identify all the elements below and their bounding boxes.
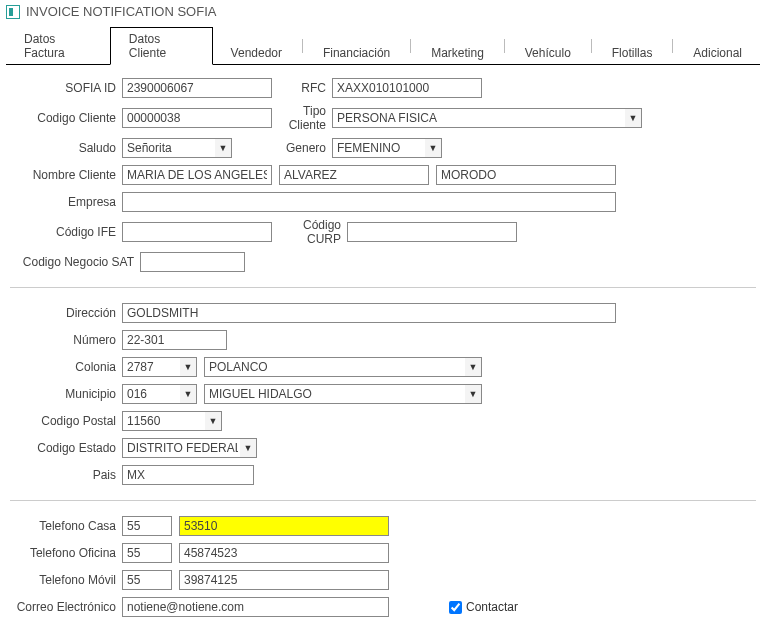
label-tipo-cliente: Tipo Cliente [272,104,332,132]
tab-financiacion[interactable]: Financiación [305,42,408,64]
label-contactar: Contactar [466,600,518,614]
label-numero: Número [10,333,122,347]
codigo-estado-input[interactable] [122,438,257,458]
label-rfc: RFC [272,81,332,95]
colonia-code-combo[interactable]: ▼ [122,357,197,377]
colonia-name-combo[interactable]: ▼ [204,357,482,377]
codigo-cliente-input[interactable] [122,108,272,128]
codigo-ife-input[interactable] [122,222,272,242]
label-telefono-movil: Telefono Móvil [10,573,122,587]
label-codigo-cliente: Codigo Cliente [10,111,122,125]
colonia-name-input[interactable] [204,357,482,377]
label-pais: Pais [10,468,122,482]
codigo-curp-input[interactable] [347,222,517,242]
tab-strip: Datos Factura Datos Cliente Vendedor Fin… [6,27,760,65]
tipo-cliente-combo[interactable]: ▼ [332,108,642,128]
codigo-postal-combo[interactable]: ▼ [122,411,222,431]
contactar-checkbox-row: Contactar [449,600,518,614]
saludo-combo[interactable]: ▼ [122,138,232,158]
label-codigo-estado: Codigo Estado [10,441,122,455]
tel-movil-num-input[interactable] [179,570,389,590]
sofia-id-input[interactable] [122,78,272,98]
chevron-down-icon[interactable]: ▼ [465,385,481,403]
label-codigo-ife: Código IFE [10,225,122,239]
label-nombre-cliente: Nombre Cliente [10,168,122,182]
chevron-down-icon[interactable]: ▼ [180,358,196,376]
chevron-down-icon[interactable]: ▼ [180,385,196,403]
chevron-down-icon[interactable]: ▼ [240,439,256,457]
chevron-down-icon[interactable]: ▼ [215,139,231,157]
tab-vendedor[interactable]: Vendedor [213,42,300,64]
tab-separator [672,39,673,53]
tab-datos-cliente[interactable]: Datos Cliente [110,27,213,65]
tab-separator [504,39,505,53]
label-codigo-curp: Código CURP [272,218,347,246]
chevron-down-icon[interactable]: ▼ [465,358,481,376]
tab-separator [302,39,303,53]
empresa-input[interactable] [122,192,616,212]
label-empresa: Empresa [10,195,122,209]
label-colonia: Colonia [10,360,122,374]
nombre1-input[interactable] [122,165,272,185]
label-genero: Genero [232,141,332,155]
codigo-estado-combo[interactable]: ▼ [122,438,257,458]
label-telefono-casa: Telefono Casa [10,519,122,533]
tipo-cliente-input[interactable] [332,108,642,128]
app-icon [6,5,20,19]
tab-marketing[interactable]: Marketing [413,42,502,64]
tel-casa-lada-input[interactable] [122,516,172,536]
tab-vehiculo[interactable]: Vehículo [507,42,589,64]
window-title: INVOICE NOTIFICATION SOFIA [26,4,216,19]
label-codigo-negocio-sat: Codigo Negocio SAT [10,255,140,269]
section-divider [10,500,756,501]
tab-adicional[interactable]: Adicional [675,42,760,64]
section-divider [10,287,756,288]
contactar-checkbox[interactable] [449,601,462,614]
tab-flotillas[interactable]: Flotillas [594,42,671,64]
nombre3-input[interactable] [436,165,616,185]
tab-datos-factura[interactable]: Datos Factura [6,28,110,64]
label-direccion: Dirección [10,306,122,320]
genero-combo[interactable]: ▼ [332,138,442,158]
codigo-negocio-sat-input[interactable] [140,252,245,272]
correo-input[interactable] [122,597,389,617]
tel-oficina-lada-input[interactable] [122,543,172,563]
direccion-input[interactable] [122,303,616,323]
tel-movil-lada-input[interactable] [122,570,172,590]
pais-input[interactable] [122,465,254,485]
chevron-down-icon[interactable]: ▼ [625,109,641,127]
nombre2-input[interactable] [279,165,429,185]
label-municipio: Municipio [10,387,122,401]
municipio-name-input[interactable] [204,384,482,404]
label-correo-electronico: Correo Electrónico [10,600,122,614]
chevron-down-icon[interactable]: ▼ [425,139,441,157]
rfc-input[interactable] [332,78,482,98]
label-codigo-postal: Codigo Postal [10,414,122,428]
label-telefono-oficina: Telefono Oficina [10,546,122,560]
tab-separator [591,39,592,53]
numero-input[interactable] [122,330,227,350]
tab-separator [410,39,411,53]
label-saludo: Saludo [10,141,122,155]
municipio-name-combo[interactable]: ▼ [204,384,482,404]
form-body: SOFIA ID RFC Codigo Cliente Tipo Cliente… [0,65,766,628]
municipio-code-combo[interactable]: ▼ [122,384,197,404]
tel-casa-num-input[interactable] [179,516,389,536]
tel-oficina-num-input[interactable] [179,543,389,563]
titlebar: INVOICE NOTIFICATION SOFIA [0,0,766,23]
label-sofia-id: SOFIA ID [10,81,122,95]
chevron-down-icon[interactable]: ▼ [205,412,221,430]
